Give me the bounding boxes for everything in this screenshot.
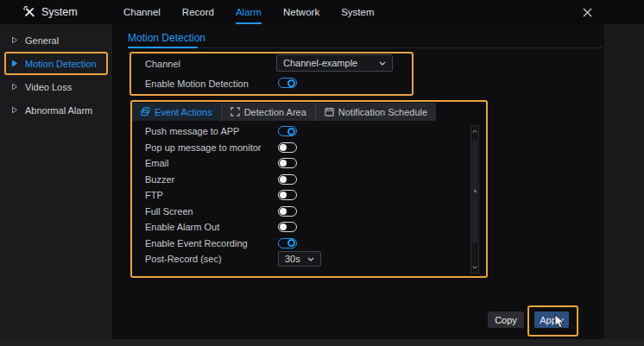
copy-button[interactable]: Copy xyxy=(488,311,524,328)
channel-select-value: Channel-example xyxy=(283,58,357,68)
full-screen-toggle[interactable] xyxy=(278,206,297,217)
setting-row-push-message-to-app: Push message to APP xyxy=(145,125,464,138)
tools-icon xyxy=(23,6,35,18)
enable-motion-detection-label: Enable Motion Detection xyxy=(145,79,249,89)
ftp-toggle[interactable] xyxy=(278,190,297,200)
top-nav: ChannelRecordAlarmNetworkSystem xyxy=(123,0,374,24)
setting-row-enable-alarm-out: Enable Alarm Out xyxy=(145,221,464,234)
setting-row-full-screen: Full Screen xyxy=(145,205,464,218)
close-icon xyxy=(583,8,592,17)
setting-row-email: Email xyxy=(145,157,464,170)
setting-row-buzzer: Buzzer xyxy=(145,173,464,186)
sub-tab-bar: Event Actions Detection Area Notificatio… xyxy=(132,103,436,121)
triangle-marker-icon xyxy=(11,36,18,44)
chevron-down-icon xyxy=(307,257,314,261)
scroll-up-icon[interactable] xyxy=(471,127,478,135)
sidebar-item-motion-detection[interactable]: Motion Detection xyxy=(4,52,108,75)
tab-record[interactable]: Record xyxy=(182,0,214,24)
chevron-down-icon xyxy=(379,61,386,66)
scrollbar-grip xyxy=(474,190,477,192)
enable-motion-detection-toggle[interactable] xyxy=(278,78,297,88)
tab-system[interactable]: System xyxy=(341,0,374,24)
mouse-cursor xyxy=(554,314,565,329)
title-underline xyxy=(128,47,198,48)
content-panel: Motion Detection Channel Channel-example… xyxy=(112,24,604,339)
window-title: System xyxy=(41,6,78,18)
calendar-icon xyxy=(325,107,334,116)
tab-alarm[interactable]: Alarm xyxy=(236,0,262,24)
scroll-down-icon[interactable] xyxy=(471,263,478,272)
post-record-sec-select[interactable]: 30s xyxy=(278,251,321,267)
setting-row-pop-up-message-to-monitor: Pop up message to monitor xyxy=(145,142,464,154)
push-message-to-app-toggle[interactable] xyxy=(278,126,297,136)
page-title: Motion Detection xyxy=(128,32,205,44)
tab-detection-area[interactable]: Detection Area xyxy=(222,103,316,121)
buzzer-toggle[interactable] xyxy=(278,174,297,185)
triangle-marker-icon xyxy=(11,60,18,67)
enable-alarm-out-toggle[interactable] xyxy=(278,222,297,232)
title-divider xyxy=(128,47,603,48)
setting-row-ftp: FTP xyxy=(145,189,464,202)
triangle-marker-icon xyxy=(11,83,18,91)
background-right xyxy=(604,24,644,339)
setting-row-post-record-sec: Post-Record (sec) 30s xyxy=(145,253,464,266)
setting-row-enable-event-recording: Enable Event Recording xyxy=(145,237,464,250)
sidebar-item-abnormal-alarm[interactable]: Abnormal Alarm xyxy=(4,98,108,122)
channel-select[interactable]: Channel-example xyxy=(276,54,393,72)
scrollbar-thumb[interactable] xyxy=(472,140,477,243)
email-toggle[interactable] xyxy=(278,158,297,168)
scrollbar[interactable] xyxy=(470,125,479,274)
system-settings-window: System ChannelRecordAlarmNetworkSystem G… xyxy=(0,0,644,346)
sidebar-item-video-loss[interactable]: Video Loss xyxy=(4,75,108,98)
channel-label: Channel xyxy=(145,59,180,69)
tab-event-actions[interactable]: Event Actions xyxy=(132,103,222,121)
triangle-marker-icon xyxy=(11,106,18,114)
title-bar: System ChannelRecordAlarmNetworkSystem xyxy=(0,0,644,24)
tab-network[interactable]: Network xyxy=(283,0,319,24)
sidebar: General Motion Detection Video Loss Abno… xyxy=(0,24,112,339)
pop-up-message-to-monitor-toggle[interactable] xyxy=(278,142,297,153)
event-actions-icon xyxy=(141,107,150,116)
detection-area-icon xyxy=(230,107,240,116)
background-bottom xyxy=(0,339,644,346)
enable-event-recording-toggle[interactable] xyxy=(278,238,297,248)
close-button[interactable] xyxy=(580,6,594,19)
sidebar-item-general[interactable]: General xyxy=(4,28,108,52)
tab-channel[interactable]: Channel xyxy=(123,0,161,24)
window-title-group: System xyxy=(23,0,78,24)
tab-notification-schedule[interactable]: Notification Schedule xyxy=(316,103,436,121)
toggle-knob xyxy=(287,79,295,87)
